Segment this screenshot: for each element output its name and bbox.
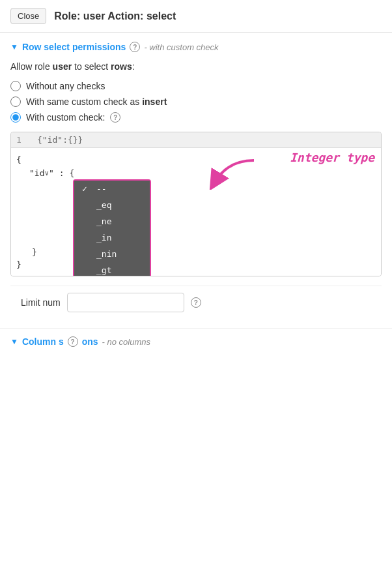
radio-custom-check-input[interactable] — [10, 112, 21, 123]
dropdown-item-eq-label: _eq — [96, 200, 111, 210]
row-perms-heading: ▼ Row select permissions ? - with custom… — [10, 42, 382, 52]
radio-custom-check-label: With custom check: — [26, 112, 105, 123]
limit-input[interactable] — [67, 293, 184, 312]
dropdown-item-in[interactable]: _in — [74, 229, 150, 246]
col-section-label: Column s — [22, 336, 64, 347]
chevron-down-icon[interactable]: ▼ — [10, 42, 18, 52]
radio-no-check-input[interactable] — [10, 81, 21, 91]
col-section-heading: ▼ Column s ? ons - no columns — [0, 328, 392, 355]
code-line-header: 1 {"id":{}} — [11, 132, 381, 148]
dropdown-item-eq[interactable]: _eq — [74, 197, 150, 213]
header: Close Role: user Action: select — [0, 0, 392, 33]
limit-row: Limit num ? — [10, 286, 382, 319]
dropdown-item-nin[interactable]: _nin — [74, 246, 150, 262]
code-brace-open: { — [16, 155, 21, 164]
dropdown-item-nin-label: _nin — [96, 249, 117, 259]
dropdown-item-selected[interactable]: ✓ -- — [74, 181, 150, 197]
help-icon[interactable]: ? — [130, 42, 140, 52]
description: Allow role user to select rows: — [10, 61, 382, 72]
dropdown-item-ne[interactable]: _ne — [74, 213, 150, 229]
code-row-open: { — [11, 153, 381, 166]
custom-check-help-icon[interactable]: ? — [110, 112, 120, 123]
radio-same-check-input[interactable] — [10, 96, 21, 107]
radio-no-check-label: Without any checks — [26, 81, 105, 91]
target-name: rows — [111, 61, 132, 72]
row-perms-label: Row select permissions — [22, 42, 126, 52]
close-button[interactable]: Close — [10, 8, 46, 24]
page-title: Role: user Action: select — [54, 10, 176, 22]
limit-label: Limit num — [21, 297, 61, 308]
code-brace-outer-close: } — [16, 259, 21, 269]
line1-code: {"id":{}} — [37, 135, 83, 145]
role-name: user — [53, 61, 72, 72]
col-chevron-icon[interactable]: ▼ — [10, 337, 18, 346]
field-type-dropdown[interactable]: ∨ — [44, 169, 49, 177]
main-section: ▼ Row select permissions ? - with custom… — [0, 33, 392, 328]
field-colon: " : { — [49, 168, 74, 178]
radio-group: Without any checks With same custom chec… — [10, 81, 382, 123]
dropdown-item-gt[interactable]: _gt — [74, 262, 150, 276]
radio-no-check[interactable]: Without any checks — [10, 81, 382, 91]
col-help-icon[interactable]: ? — [68, 336, 78, 347]
dropdown-item-ne-label: _ne — [96, 216, 111, 226]
field-row: " id ∨ " : { — [11, 166, 381, 181]
check-icon: ✓ — [82, 184, 91, 194]
with-custom-check-text: - with custom check — [144, 42, 218, 52]
chevron-down-icon: ∨ — [44, 169, 49, 177]
dropdown-item-in-label: _in — [96, 233, 111, 243]
code-body[interactable]: { " id ∨ " : { ✓ -- _ — [11, 148, 381, 276]
dropdown-item-gt-label: _gt — [96, 265, 111, 275]
field-quote-open: " — [29, 168, 35, 178]
field-id-label: id — [35, 168, 45, 178]
dropdown-item-label: -- — [96, 184, 107, 194]
no-columns-text: - no columns — [102, 337, 150, 347]
radio-same-check[interactable]: With same custom check as insert — [10, 96, 382, 107]
limit-help-icon[interactable]: ? — [191, 297, 201, 308]
line-number: 1 — [16, 135, 32, 145]
col-section-label-suffix: ons — [82, 336, 98, 347]
code-editor: 1 {"id":{}} { " id ∨ " : { ✓ — [10, 132, 382, 276]
radio-custom-check[interactable]: With custom check: ? — [10, 112, 382, 123]
code-brace-inner-close: } — [32, 247, 37, 257]
code-row-close-inner: } — [11, 246, 381, 258]
radio-same-check-label: With same custom check as insert — [26, 96, 167, 107]
code-row-close-outer: } — [11, 258, 381, 271]
dropdown-menu[interactable]: ✓ -- _eq _ne _in _nin — [73, 179, 151, 276]
